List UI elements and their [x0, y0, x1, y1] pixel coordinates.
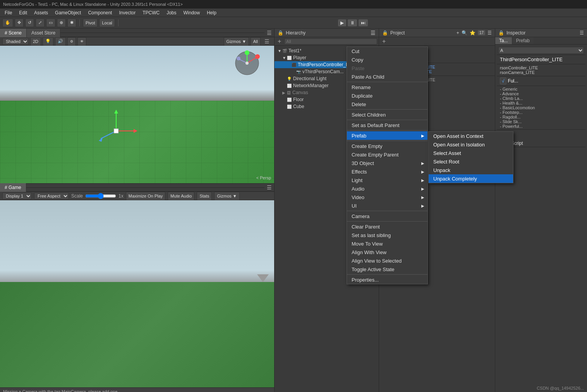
menu-invector[interactable]: Invector — [116, 9, 139, 16]
scene-menu-btn[interactable]: ☰ — [264, 30, 274, 36]
add-button[interactable]: + — [276, 38, 283, 45]
menu-edit[interactable]: Edit — [16, 9, 30, 16]
move-tool[interactable]: ✥ — [15, 19, 24, 27]
ctx-properties[interactable]: Properties... — [347, 275, 427, 284]
gizmos-dropdown[interactable]: Gizmos ▼ — [224, 37, 249, 46]
ctx-effects[interactable]: Effects ▶ — [347, 167, 427, 176]
pause-button[interactable]: ⏸ — [348, 19, 357, 26]
inspector-lock-icon[interactable]: 🔒 — [498, 30, 504, 36]
scale-slider[interactable] — [85, 193, 116, 199]
arrow-icon: ▶ — [282, 91, 287, 95]
game-gizmos-btn[interactable]: Gizmos ▼ — [214, 192, 239, 200]
asset-store-tab[interactable]: Asset Store — [27, 29, 60, 37]
rect-tool[interactable]: ▭ — [46, 19, 55, 27]
ctx-select-children[interactable]: Select Children — [347, 110, 427, 119]
scale-label: Scale — [71, 193, 83, 199]
display-select[interactable]: Display 1 — [2, 193, 32, 199]
menu-help[interactable]: Help — [204, 9, 220, 16]
game-viewport[interactable]: Missing a Camera with the tag MainCamera… — [0, 200, 274, 392]
scene-toolbar: Shaded 2D 💡 🔊 ⚙ 👁 Gizmos ▼ All ☰ — [0, 37, 274, 46]
ctx-unpack[interactable]: Unpack — [429, 166, 513, 174]
play-button[interactable]: ▶ — [338, 19, 346, 26]
ctx-set-last-sibling[interactable]: Set as last sibling — [347, 231, 427, 239]
menu-tpcwc[interactable]: TPCWC — [139, 9, 163, 16]
rotate-tool[interactable]: ↺ — [25, 19, 34, 27]
scene-tab-bar: # Scene Asset Store ☰ — [0, 29, 274, 37]
ctx-prefab[interactable]: Prefab ▶ Open Asset in Context Open Asse… — [347, 131, 427, 140]
inspector-options-icon[interactable]: ☰ — [580, 30, 584, 36]
ctx-open-context[interactable]: Open Asset in Context — [429, 132, 513, 140]
step-button[interactable]: ⏭ — [359, 19, 368, 26]
ctx-paste-as-child[interactable]: Paste As Child — [347, 72, 427, 81]
menu-component[interactable]: Component — [85, 9, 115, 16]
ctx-unpack-completely[interactable]: Unpack Completely — [429, 174, 513, 183]
ctx-3d-object[interactable]: 3D Object ▶ — [347, 159, 427, 167]
ctx-camera[interactable]: Camera — [347, 212, 427, 220]
inspector-tab-prefab[interactable]: Prefab — [512, 37, 534, 44]
menu-window[interactable]: Window — [180, 9, 203, 16]
ctx-move-to-view[interactable]: Move To View — [347, 239, 427, 248]
menu-gameobject[interactable]: GameObject — [52, 9, 84, 16]
fx-toggle[interactable]: ⚙ — [67, 37, 76, 46]
ctx-set-default-parent[interactable]: Set as Default Parent — [347, 121, 427, 129]
view-gizmo — [233, 50, 261, 78]
project-17-badge: 17 — [478, 30, 485, 35]
hierarchy-options-icon[interactable]: ☰ — [371, 30, 376, 36]
menu-file[interactable]: File — [2, 9, 15, 16]
local-toggle[interactable]: Local — [99, 19, 115, 27]
stats-btn[interactable]: Stats — [197, 192, 212, 200]
hierarchy-lock-icon[interactable]: 🔒 — [278, 30, 283, 36]
ctx-audio[interactable]: Audio ▶ — [347, 184, 427, 193]
inspector-dropdown[interactable]: A — [498, 47, 584, 54]
scene-more-btn[interactable]: ☰ — [262, 38, 272, 45]
project-options-icon[interactable]: ☰ — [487, 30, 492, 36]
ctx-rename[interactable]: Rename — [347, 83, 427, 91]
ui-arrow-icon: ▶ — [421, 204, 424, 208]
ctx-paste: Paste — [347, 64, 427, 72]
mute-audio-btn[interactable]: Mute Audio — [168, 192, 194, 200]
ctx-delete[interactable]: Delete — [347, 100, 427, 108]
sound-toggle[interactable]: 🔊 — [55, 37, 66, 46]
pivot-toggle[interactable]: Pivot — [83, 19, 98, 27]
insp-powerful: - Powerful... — [500, 124, 582, 129]
ctx-create-empty[interactable]: Create Empty — [347, 142, 427, 150]
project-search-icon[interactable]: 🔍 — [462, 30, 467, 36]
aspect-select[interactable]: Free Aspect — [34, 193, 69, 199]
ctx-duplicate[interactable]: Duplicate — [347, 91, 427, 100]
inspector-tab-active[interactable]: Ta... — [495, 37, 512, 44]
hand-tool[interactable]: ✋ — [2, 19, 13, 27]
ctx-ui[interactable]: UI ▶ — [347, 201, 427, 210]
ctx-copy[interactable]: Copy — [347, 55, 427, 64]
ctx-light[interactable]: Light ▶ — [347, 176, 427, 184]
2d-toggle[interactable]: 2D — [30, 37, 41, 46]
menu-jobs[interactable]: Jobs — [163, 9, 179, 16]
hierarchy-search[interactable] — [284, 38, 377, 45]
scene-viewport[interactable]: < Persp — [0, 46, 274, 183]
ctx-open-isolation[interactable]: Open Asset in Isolation — [429, 140, 513, 149]
all-dropdown[interactable]: All — [251, 37, 261, 46]
light-toggle[interactable]: 💡 — [43, 37, 53, 46]
ctx-video[interactable]: Video ▶ — [347, 193, 427, 201]
project-add-icon[interactable]: + — [457, 30, 459, 36]
project-fav-icon[interactable]: ⭐ — [470, 30, 475, 36]
ctx-select-root[interactable]: Select Root — [429, 157, 513, 166]
ctx-clear-parent[interactable]: Clear Parent — [347, 222, 427, 231]
scene-tab[interactable]: # Scene — [0, 29, 27, 37]
proj-add-btn[interactable]: + — [381, 38, 387, 45]
ctx-cut[interactable]: Cut — [347, 47, 427, 55]
hidden-toggle[interactable]: 👁 — [77, 37, 86, 46]
ctx-create-empty-parent[interactable]: Create Empty Parent — [347, 150, 427, 159]
menu-assets[interactable]: Assets — [31, 9, 51, 16]
shading-dropdown[interactable]: Shaded — [2, 38, 29, 45]
custom-tool[interactable]: ✱ — [67, 19, 76, 27]
project-lock-icon[interactable]: 🔒 — [382, 30, 388, 36]
scale-tool[interactable]: ⤢ — [36, 19, 45, 27]
game-tab[interactable]: # Game — [0, 183, 26, 192]
ctx-select-asset[interactable]: Select Asset — [429, 149, 513, 157]
ctx-align-view-selected[interactable]: Align View to Selected — [347, 256, 427, 265]
game-menu-btn[interactable]: ☰ — [264, 184, 274, 191]
ctx-align-with-view[interactable]: Align With View — [347, 248, 427, 256]
transform-tool[interactable]: ⊕ — [57, 19, 66, 27]
maximize-on-play-btn[interactable]: Maximize On Play — [126, 192, 166, 200]
ctx-toggle-active[interactable]: Toggle Active State — [347, 265, 427, 273]
